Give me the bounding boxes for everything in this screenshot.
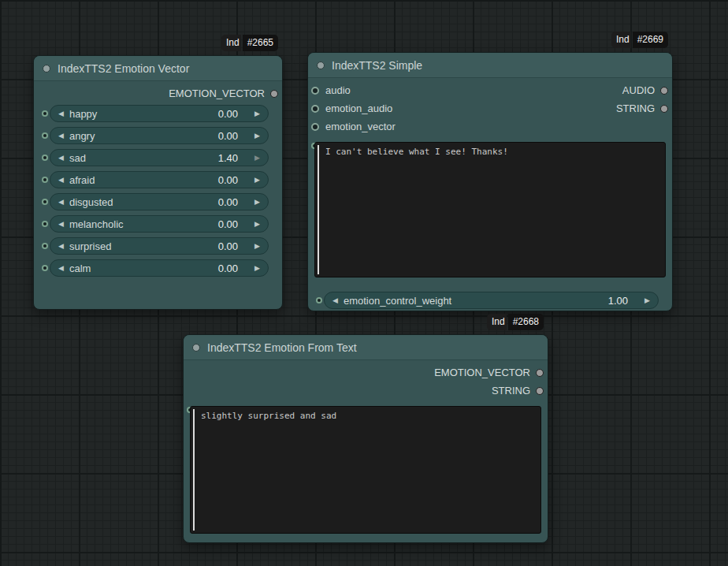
widget-value[interactable]: 0.00 xyxy=(218,130,238,142)
node-indextts2-emotion-from-text[interactable]: Ind #2668 IndexTTS2 Emotion From Text EM… xyxy=(183,334,548,543)
number-widget-surprised[interactable]: ◀ surprised 0.00 ▶ xyxy=(50,237,269,255)
widget-input-slot-icon[interactable] xyxy=(42,199,48,205)
output-slot-icon[interactable] xyxy=(536,369,544,377)
widget-row-afraid: ◀ afraid 0.00 ▶ xyxy=(50,171,269,188)
input-label: emotion_audio xyxy=(325,102,392,114)
node-indextts2-emotion-vector[interactable]: Ind #2665 IndexTTS2 Emotion Vector EMOTI… xyxy=(33,55,283,310)
decrement-arrow-icon[interactable]: ◀ xyxy=(58,265,64,272)
io-row-emotion-vector: emotion_vector xyxy=(308,117,672,136)
node-header[interactable]: IndexTTS2 Emotion Vector xyxy=(34,56,282,81)
widget-input-slot-icon[interactable] xyxy=(42,177,48,183)
widget-value[interactable]: 0.00 xyxy=(218,218,238,230)
number-widget-calm[interactable]: ◀ calm 0.00 ▶ xyxy=(50,259,269,277)
widget-value[interactable]: 1.00 xyxy=(608,295,628,307)
increment-arrow-icon[interactable]: ▶ xyxy=(254,177,260,184)
increment-arrow-icon[interactable]: ▶ xyxy=(254,199,260,206)
node-badge-group: Ind #2669 xyxy=(611,32,668,48)
widget-row-happy: ◀ happy 0.00 ▶ xyxy=(50,105,269,122)
output-slot-icon[interactable] xyxy=(536,387,544,395)
widget-value[interactable]: 0.00 xyxy=(218,263,238,274)
node-header[interactable]: IndexTTS2 Emotion From Text xyxy=(184,335,548,360)
increment-arrow-icon[interactable]: ▶ xyxy=(254,155,260,162)
widget-input-slot-icon[interactable] xyxy=(42,155,48,161)
node-title: IndexTTS2 Simple xyxy=(332,59,422,72)
node-id-badge: #2669 xyxy=(633,32,668,48)
node-source-badge: Ind xyxy=(221,35,241,51)
input-slot-icon[interactable] xyxy=(311,105,319,113)
decrement-arrow-icon[interactable]: ◀ xyxy=(58,199,64,206)
widget-label: afraid xyxy=(69,174,95,186)
widget-input-slot-icon[interactable] xyxy=(42,265,48,271)
decrement-arrow-icon[interactable]: ◀ xyxy=(58,155,64,162)
widget-label: calm xyxy=(69,263,91,274)
widget-input-slot-icon[interactable] xyxy=(42,110,48,117)
number-widget-emotion-control-weight[interactable]: ◀ emotion_control_weight 1.00 ▶ xyxy=(324,292,659,309)
number-widget-disgusted[interactable]: ◀ disgusted 0.00 ▶ xyxy=(50,193,269,210)
decrement-arrow-icon[interactable]: ◀ xyxy=(58,243,64,250)
node-badge-group: Ind #2665 xyxy=(221,35,278,51)
widget-value[interactable]: 0.00 xyxy=(218,174,238,186)
text-input-area[interactable]: slightly surprised and sad xyxy=(190,406,541,534)
collapse-dot-icon[interactable] xyxy=(43,65,50,73)
number-widget-happy[interactable]: ◀ happy 0.00 ▶ xyxy=(50,105,269,122)
increment-arrow-icon[interactable]: ▶ xyxy=(254,221,260,228)
output-label: AUDIO xyxy=(622,84,655,96)
number-widget-afraid[interactable]: ◀ afraid 0.00 ▶ xyxy=(50,171,269,188)
output-label: EMOTION_VECTOR xyxy=(434,367,530,378)
output-row-emotion-vector: EMOTION_VECTOR xyxy=(184,363,548,382)
widget-row-emotion-control-weight: ◀ emotion_control_weight 1.00 ▶ xyxy=(324,292,659,309)
text-widget-row: I can't believe what I see! Thanks! xyxy=(314,142,666,277)
decrement-arrow-icon[interactable]: ◀ xyxy=(58,110,64,117)
increment-arrow-icon[interactable]: ▶ xyxy=(254,265,260,272)
input-label: emotion_vector xyxy=(325,121,396,132)
output-label: STRING xyxy=(616,102,655,114)
collapse-dot-icon[interactable] xyxy=(192,344,200,352)
decrement-arrow-icon[interactable]: ◀ xyxy=(58,177,64,184)
node-title: IndexTTS2 Emotion Vector xyxy=(58,62,189,75)
increment-arrow-icon[interactable]: ▶ xyxy=(254,243,260,250)
increment-arrow-icon[interactable]: ▶ xyxy=(644,297,650,304)
widget-input-slot-icon[interactable] xyxy=(42,132,48,139)
decrement-arrow-icon[interactable]: ◀ xyxy=(58,221,64,228)
widget-row-disgusted: ◀ disgusted 0.00 ▶ xyxy=(50,193,269,210)
number-widget-angry[interactable]: ◀ angry 0.00 ▶ xyxy=(50,127,269,144)
widget-label: melancholic xyxy=(69,218,124,230)
input-slot-icon[interactable] xyxy=(311,123,319,131)
widget-value[interactable]: 0.00 xyxy=(218,108,238,120)
output-row-emotion-vector: EMOTION_VECTOR xyxy=(34,84,282,102)
decrement-arrow-icon[interactable]: ◀ xyxy=(332,297,338,304)
output-slot-icon[interactable] xyxy=(660,105,668,113)
node-source-badge: Ind xyxy=(487,314,507,330)
widget-label: sad xyxy=(69,152,86,164)
io-row-audio: audio AUDIO xyxy=(308,81,672,99)
widget-input-slot-icon[interactable] xyxy=(42,243,48,249)
output-slot-icon[interactable] xyxy=(660,87,668,95)
node-indextts2-simple[interactable]: Ind #2669 IndexTTS2 Simple audio AUDIO e… xyxy=(307,52,673,311)
widget-value[interactable]: 1.40 xyxy=(218,152,238,164)
output-row-string: STRING xyxy=(184,382,548,400)
output-label: STRING xyxy=(492,385,530,397)
node-source-badge: Ind xyxy=(611,32,631,48)
decrement-arrow-icon[interactable]: ◀ xyxy=(58,132,64,140)
widget-value[interactable]: 0.00 xyxy=(218,196,238,208)
increment-arrow-icon[interactable]: ▶ xyxy=(254,110,260,117)
widget-row-surprised: ◀ surprised 0.00 ▶ xyxy=(50,237,269,255)
widget-row-angry: ◀ angry 0.00 ▶ xyxy=(50,127,269,144)
node-id-badge: #2665 xyxy=(243,35,278,51)
number-widget-melancholic[interactable]: ◀ melancholic 0.00 ▶ xyxy=(50,215,269,233)
io-row-emotion-audio: emotion_audio STRING xyxy=(308,99,672,117)
widget-row-melancholic: ◀ melancholic 0.00 ▶ xyxy=(50,215,269,233)
widget-value[interactable]: 0.00 xyxy=(218,240,238,252)
output-slot-icon[interactable] xyxy=(270,90,278,98)
widget-input-slot-icon[interactable] xyxy=(42,221,48,227)
collapse-dot-icon[interactable] xyxy=(317,61,325,69)
number-widget-sad[interactable]: ◀ sad 1.40 ▶ xyxy=(50,149,269,166)
node-badge-group: Ind #2668 xyxy=(487,314,544,330)
widget-input-slot-icon[interactable] xyxy=(316,297,322,303)
input-slot-icon[interactable] xyxy=(311,87,319,95)
node-header[interactable]: IndexTTS2 Simple xyxy=(308,53,672,78)
widget-label: emotion_control_weight xyxy=(344,295,451,307)
node-graph-canvas[interactable]: Ind #2665 IndexTTS2 Emotion Vector EMOTI… xyxy=(0,0,728,566)
text-input-area[interactable]: I can't believe what I see! Thanks! xyxy=(314,142,666,277)
increment-arrow-icon[interactable]: ▶ xyxy=(254,132,260,140)
